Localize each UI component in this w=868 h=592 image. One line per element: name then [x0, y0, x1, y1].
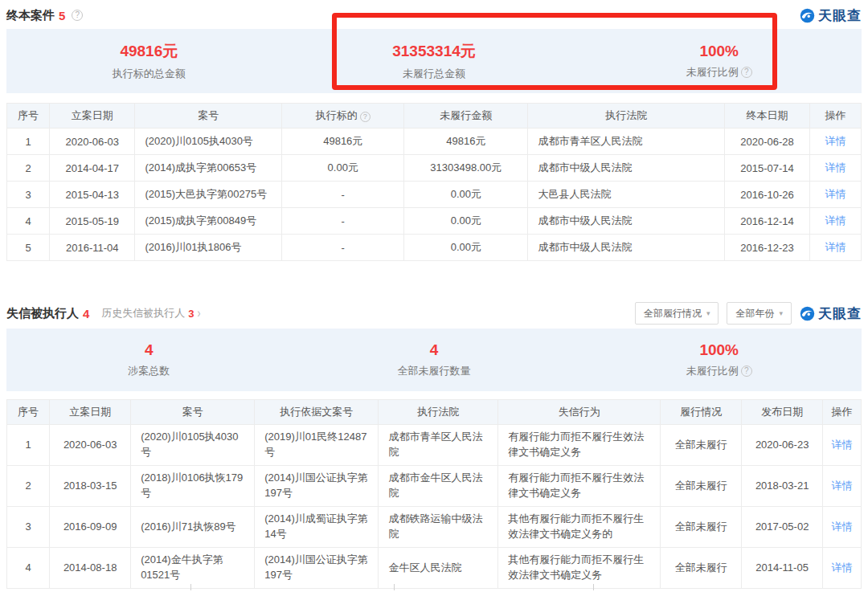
column-header: 失信行为	[498, 400, 661, 425]
column-header: 立案日期	[50, 104, 135, 129]
dropdown-label: 全部履行情况	[644, 307, 702, 320]
column-divider-tick	[593, 584, 594, 590]
table-cell: (2014)川国公证执字第197号	[255, 548, 379, 589]
stat-label: 未履行比例	[686, 364, 739, 378]
table-cell: 金牛区人民法院	[379, 548, 498, 589]
table-cell: (2019)川01民终12487号	[255, 425, 379, 466]
table-cell: 成都铁路运输中级法院	[379, 507, 498, 548]
zhongben-table: 序号立案日期案号执行标的?未履行金额执行法院终本日期操作12020-06-03(…	[6, 103, 862, 261]
help-icon[interactable]: ?	[741, 365, 752, 377]
stat-unfulfilled-total: 31353314元 未履行总金额	[292, 41, 577, 81]
table-cell: 2020-06-23	[742, 425, 823, 466]
table-cell: 成都市青羊区人民法院	[379, 425, 498, 466]
table-row: 12020-06-03(2020)川0105执4030号49816元49816元…	[7, 129, 862, 155]
table-cell: 成都市中级人民法院	[528, 155, 724, 182]
table-cell: 2015-05-19	[50, 208, 135, 235]
stat-label: 全部未履行数量	[398, 364, 471, 378]
history-label: 历史失信被执行人	[101, 306, 185, 320]
table-cell: (2016)川01执1806号	[135, 235, 282, 261]
table-cell: 有履行能力而拒不履行生效法律文书确定义务	[498, 466, 661, 507]
table-cell: 2016-12-14	[724, 208, 809, 235]
detail-link[interactable]: 详情	[832, 521, 853, 533]
table-cell: 0.00元	[282, 155, 404, 182]
section-count-badge: 5	[59, 9, 65, 22]
tianyancha-logo: 天眼查	[800, 304, 862, 323]
history-shixin-link[interactable]: 历史失信被执行人 3 ›	[101, 306, 200, 320]
help-icon[interactable]: ?	[72, 10, 83, 21]
column-header: 立案日期	[50, 400, 131, 425]
stat-label: 未履行比例	[686, 65, 739, 80]
table-cell: 2016-10-26	[724, 182, 809, 208]
action-cell: 详情	[810, 235, 862, 261]
table-cell: 2	[7, 466, 50, 507]
shixin-table: 序号立案日期案号执行依据文案号执行法院失信行为履行情况发布日期操作12020-0…	[6, 399, 862, 589]
table-row: 12020-06-03(2020)川0105执4030号(2019)川01民终1…	[7, 425, 862, 466]
table-cell: 大邑县人民法院	[528, 182, 724, 208]
tianyancha-logo-text: 天眼查	[818, 304, 862, 323]
table-cell: 全部未履行	[661, 507, 742, 548]
table-cell: 1	[7, 425, 50, 466]
detail-link[interactable]: 详情	[832, 480, 853, 492]
table-cell: 成都市中级人民法院	[528, 235, 724, 261]
column-header: 终本日期	[724, 104, 809, 129]
action-cell: 详情	[823, 466, 862, 507]
stat-unfulfilled-ratio: 100% 未履行比例?	[576, 43, 862, 80]
table-cell: 2014-04-17	[50, 155, 135, 182]
column-header: 执行法院	[528, 104, 724, 129]
table-cell: 1	[7, 129, 50, 155]
table-cell: (2014)金牛执字第01521号	[131, 548, 255, 589]
stat-label: 涉案总数	[128, 364, 170, 378]
table-cell: 0.00元	[404, 182, 528, 208]
table-cell: 2016-11-04	[50, 235, 135, 261]
zhongben-stats-band: 49816元 执行标的总金额 31353314元 未履行总金额 100% 未履行…	[6, 29, 862, 93]
zhongben-section-header: 终本案件 5 ? 天眼查	[0, 0, 868, 24]
column-header: 序号	[7, 104, 50, 129]
table-cell: 2015-07-14	[724, 155, 809, 182]
filter-fulfillment-dropdown[interactable]: 全部履行情况 ▾	[635, 302, 719, 325]
table-cell: 49816元	[404, 129, 528, 155]
detail-link[interactable]: 详情	[825, 161, 846, 174]
table-row: 52016-11-04(2016)川01执1806号-0.00元成都市中级人民法…	[7, 235, 862, 261]
table-cell: (2020)川0105执4030号	[131, 425, 255, 466]
tianyancha-logo: 天眼查	[800, 6, 862, 25]
table-cell: 4	[7, 208, 50, 235]
history-count-badge: 3	[188, 308, 194, 320]
table-cell: 2020-06-03	[50, 425, 131, 466]
help-icon[interactable]: ?	[360, 112, 371, 122]
table-cell: 成都市青羊区人民法院	[528, 129, 724, 155]
column-header: 执行依据文案号	[255, 400, 379, 425]
detail-link[interactable]: 详情	[832, 561, 853, 574]
column-header: 执行标的?	[282, 104, 404, 129]
table-cell: 31303498.00元	[404, 155, 528, 182]
table-cell: 2018-03-15	[50, 466, 131, 507]
section-title-text: 终本案件	[6, 8, 55, 23]
detail-link[interactable]: 详情	[825, 135, 846, 147]
shixin-section-header: 失信被执行人 4 历史失信被执行人 3 › 全部履行情况 ▾ 全部年份 ▾	[0, 298, 868, 322]
table-cell: 2020-06-03	[50, 129, 135, 155]
column-header: 案号	[135, 104, 282, 129]
table-row: 22014-04-17(2014)成执字第00653号0.00元31303498…	[7, 155, 862, 182]
shixin-title: 失信被执行人 4 历史失信被执行人 3 ›	[6, 306, 201, 321]
table-cell: 2016-12-23	[724, 235, 809, 261]
table-row: 22018-03-15(2018)川0106执恢179号(2014)川国公证执字…	[7, 466, 862, 507]
dropdown-label: 全部年份	[735, 307, 774, 320]
table-cell: (2014)成执字第00653号	[135, 155, 282, 182]
filter-year-dropdown[interactable]: 全部年份 ▾	[727, 302, 792, 325]
tianyancha-logo-icon	[800, 8, 815, 23]
section-count-badge: 4	[83, 307, 89, 320]
detail-link[interactable]: 详情	[832, 439, 853, 451]
column-divider-tick	[190, 584, 191, 590]
table-cell: 0.00元	[404, 235, 528, 261]
action-cell: 详情	[823, 548, 862, 589]
help-icon[interactable]: ?	[741, 67, 752, 78]
detail-link[interactable]: 详情	[825, 214, 846, 227]
table-cell: (2015)成执字第00849号	[135, 208, 282, 235]
stat-all-unfulfilled-count: 4 全部未履行数量	[292, 341, 577, 378]
stat-label: 执行标的总金额	[113, 67, 186, 81]
column-header: 未履行金额	[404, 104, 528, 129]
detail-link[interactable]: 详情	[825, 188, 846, 200]
detail-link[interactable]: 详情	[825, 241, 846, 253]
table-cell: 3	[7, 507, 50, 548]
table-cell: 全部未履行	[661, 466, 742, 507]
column-header: 执行法院	[379, 400, 498, 425]
